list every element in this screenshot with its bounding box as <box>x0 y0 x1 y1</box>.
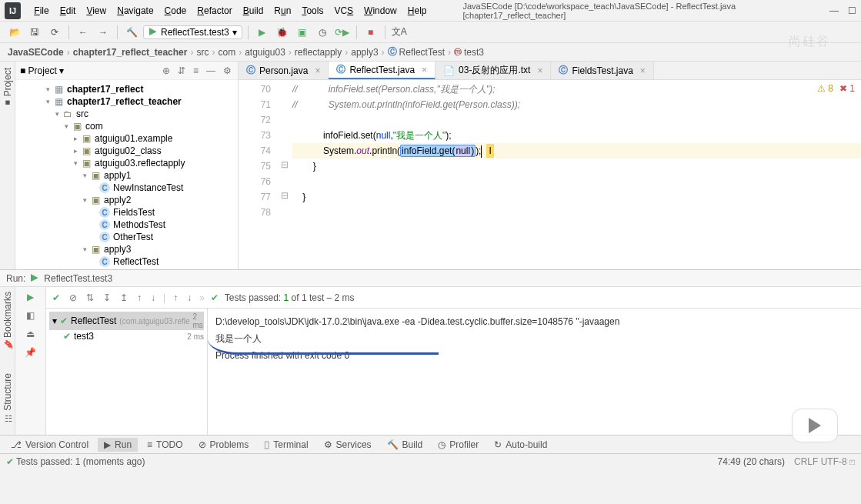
gear-icon[interactable]: ⚙ <box>222 65 233 76</box>
project-combo[interactable]: ■ Project ▾ <box>20 65 64 76</box>
run-config-selector[interactable]: ⯈ ReflectTest.test3 ▾ <box>143 25 242 39</box>
test-row[interactable]: ▾✔ReflectTest(com.atguigu03.refle2 ms <box>49 312 204 330</box>
bc-4[interactable]: atguigu03 <box>245 47 285 58</box>
menu-help[interactable]: Help <box>402 5 432 16</box>
menu-refactor[interactable]: Refactor <box>192 5 237 16</box>
editor-body[interactable]: ⚠ 8 ✖ 1 707172737475767778 ⊟⊟ // infoFie… <box>239 80 861 269</box>
bottom-tab[interactable]: ↻Auto-build <box>488 438 553 452</box>
run-icon[interactable]: ▶ <box>254 24 271 41</box>
encoding-indicator[interactable]: CRLF UTF-8 ⏍ <box>794 456 855 467</box>
test-row[interactable]: ✔test32 ms <box>49 330 204 342</box>
bc-5[interactable]: reflectapply <box>295 47 342 58</box>
cursor-position[interactable]: 74:49 (20 chars) <box>718 456 785 467</box>
stop-run-icon[interactable]: ◧ <box>26 310 35 321</box>
bottom-tab[interactable]: ▶Run <box>98 438 138 452</box>
run-anything-icon[interactable]: ⟳▶ <box>334 24 351 41</box>
console[interactable]: D:\develop_tools\JDK\jdk-17.0.2\bin\java… <box>208 309 861 435</box>
translate-icon[interactable]: 文A <box>391 24 408 41</box>
hide-icon[interactable]: — <box>205 65 217 76</box>
menu-run[interactable]: Run <box>269 5 296 16</box>
menu-edit[interactable]: Edit <box>55 5 82 16</box>
bottom-tab[interactable]: 🔨Build <box>381 438 429 452</box>
bottom-tab[interactable]: ⊘Problems <box>192 438 255 452</box>
menu-vcs[interactable]: VCS <box>329 5 359 16</box>
up-icon[interactable]: ↑ <box>172 291 179 305</box>
menu-window[interactable]: Window <box>359 5 402 16</box>
rerun-icon[interactable]: ▶ <box>27 292 34 302</box>
video-play-overlay[interactable] <box>792 409 838 442</box>
bottom-tab[interactable]: ≡TODO <box>141 438 189 452</box>
close-icon[interactable]: × <box>640 65 646 76</box>
tree-row[interactable]: CFieldsTest <box>15 206 238 219</box>
tree-row[interactable]: ▾🗀src <box>15 108 238 120</box>
inspection-summary[interactable]: ⚠ 8 ✖ 1 <box>817 83 855 94</box>
bottom-tab[interactable]: ⌷Terminal <box>258 438 314 452</box>
profile-icon[interactable]: ◷ <box>314 24 331 41</box>
exit-icon[interactable]: ⏏ <box>26 329 35 339</box>
down-icon[interactable]: ↓ <box>185 291 193 305</box>
tree-row[interactable]: ▾▣atguigu03.reflectapply <box>15 157 238 169</box>
pin-icon[interactable]: 📌 <box>25 347 36 358</box>
menu-code[interactable]: Code <box>159 5 192 16</box>
bc-0[interactable]: JavaSECode <box>8 47 64 58</box>
open-icon[interactable]: 📂 <box>6 24 23 41</box>
bottom-tab[interactable]: ⎇Version Control <box>5 438 95 452</box>
menu-navigate[interactable]: Navigate <box>112 5 159 16</box>
minimize-icon[interactable]: — <box>829 5 839 16</box>
editor-tab[interactable]: 📄03-反射的应用.txt× <box>436 62 551 79</box>
close-icon[interactable]: × <box>315 65 320 76</box>
menu-tools[interactable]: Tools <box>296 5 329 16</box>
maximize-icon[interactable]: ☐ <box>848 5 856 16</box>
close-icon[interactable]: × <box>537 65 542 76</box>
editor-tab[interactable]: ⒸFieldsTest.java× <box>551 62 653 79</box>
bottom-tab[interactable]: ⚙Services <box>318 438 378 452</box>
bc-3[interactable]: com <box>218 47 235 58</box>
tree-row[interactable]: ▾▦chapter17_reflect <box>15 83 238 95</box>
project-tab[interactable]: ■ Project <box>2 65 13 111</box>
tree-row[interactable]: CReflectTest <box>15 255 238 268</box>
tree-row[interactable]: ▾▣com <box>15 120 238 132</box>
tree-row[interactable]: CMethodsTest <box>15 219 238 231</box>
test-tree[interactable]: ▾✔ReflectTest(com.atguigu03.refle2 ms✔te… <box>46 309 208 435</box>
tree-row[interactable]: COtherTest <box>15 231 238 243</box>
menu-file[interactable]: FFileile <box>28 5 54 16</box>
back-icon[interactable]: ← <box>75 24 92 41</box>
editor-tab[interactable]: ⒸPerson.java× <box>239 62 329 79</box>
bottom-tab[interactable]: ◷Profiler <box>432 438 485 452</box>
coverage-icon[interactable]: ▣ <box>294 24 311 41</box>
editor-tab[interactable]: ⒸReflectTest.java× <box>329 62 436 79</box>
bc-8[interactable]: ⓜtest3 <box>454 47 484 58</box>
menu-view[interactable]: View <box>81 5 112 16</box>
project-tree[interactable]: ▾▦chapter17_reflect▾▦chapter17_reflect_t… <box>15 80 238 269</box>
close-icon[interactable]: × <box>422 65 427 75</box>
fold-gutter[interactable]: ⊟⊟ <box>277 80 292 269</box>
collapse-all-icon[interactable]: ↥ <box>118 291 129 305</box>
tree-row[interactable]: ▸▣atguigu02_class <box>15 145 238 157</box>
show-ignored-icon[interactable]: ⊘ <box>68 291 78 305</box>
bookmarks-tab[interactable]: 🔖 Bookmarks <box>2 292 13 350</box>
hammer-icon[interactable]: 🔨 <box>123 24 140 41</box>
tree-row[interactable]: ▾▣apply2 <box>15 194 238 206</box>
forward-icon[interactable]: → <box>95 24 112 41</box>
debug-icon[interactable]: 🐞 <box>274 24 291 41</box>
select-opened-file-icon[interactable]: ⊕ <box>161 65 172 76</box>
tree-row[interactable]: ▾▦chapter17_reflect_teacher <box>15 95 238 108</box>
tree-row[interactable]: ▾▣apply1 <box>15 169 238 182</box>
expand-icon[interactable]: ⇵ <box>176 65 187 76</box>
bc-7[interactable]: ⒸReflectTest <box>388 45 445 58</box>
structure-tab[interactable]: ☷ Structure <box>2 373 13 423</box>
prev-fail-icon[interactable]: ↑ <box>135 291 143 305</box>
save-icon[interactable]: 🖫 <box>26 24 43 41</box>
bc-6[interactable]: apply3 <box>351 47 378 58</box>
stop-icon[interactable]: ■ <box>362 24 379 41</box>
menu-build[interactable]: Build <box>238 5 269 16</box>
expand-all-icon[interactable]: ↧ <box>102 291 112 305</box>
next-fail-icon[interactable]: ↓ <box>149 291 157 305</box>
tree-row[interactable]: CNewInstanceTest <box>15 182 238 194</box>
sort-icon[interactable]: ⇅ <box>85 291 95 305</box>
tree-row[interactable]: ▾▣apply3 <box>15 243 238 255</box>
bc-1[interactable]: chapter17_reflect_teacher <box>73 47 188 58</box>
bc-2[interactable]: src <box>196 47 209 58</box>
code-area[interactable]: // infoField.set(Person.class,"我是一个人"); … <box>292 80 861 269</box>
show-passed-icon[interactable]: ✔ <box>51 291 62 305</box>
